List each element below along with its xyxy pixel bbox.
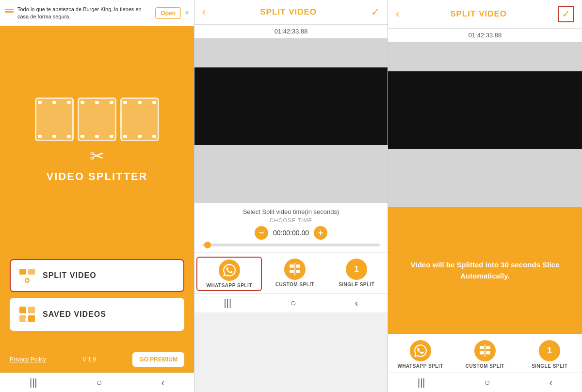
film-strip-2 bbox=[78, 98, 116, 141]
timestamp-3: 01:42:33.88 bbox=[388, 29, 582, 42]
confirm-button-3[interactable]: ✓ bbox=[558, 6, 574, 22]
svg-rect-12 bbox=[296, 270, 300, 273]
whatsapp-icon-circle-2 bbox=[219, 260, 240, 281]
nav-back-icon[interactable]: ‹ bbox=[161, 377, 164, 388]
video-gray-bottom-3 bbox=[388, 149, 582, 207]
footer: Privacy Policy V 1.9 GO PREMIUM bbox=[0, 346, 194, 373]
nav-back-icon-3[interactable]: ‹ bbox=[549, 377, 552, 388]
version-text: V 1.9 bbox=[82, 356, 96, 363]
svg-text:1: 1 bbox=[547, 345, 552, 355]
menu-section: SPLIT VIDEO SAVED VIDEOS bbox=[0, 259, 194, 346]
custom-icon-circle-3 bbox=[474, 340, 496, 361]
single-icon-3: 1 bbox=[543, 344, 556, 357]
screen-header-3: ‹ SPLIT VIDEO ✓ bbox=[388, 0, 582, 29]
film-strip-area bbox=[10, 98, 184, 141]
whatsapp-icon-2 bbox=[223, 264, 236, 277]
video-preview-3 bbox=[388, 42, 582, 207]
nav-home-icon-3[interactable]: ○ bbox=[484, 377, 490, 388]
svg-rect-16 bbox=[486, 346, 490, 349]
ad-open-button[interactable]: Open bbox=[155, 7, 181, 19]
ad-text: Todo lo que te apetezca de Burger King, … bbox=[17, 6, 151, 20]
panel-home: Todo lo que te apetezca de Burger King, … bbox=[0, 0, 194, 392]
svg-rect-15 bbox=[480, 346, 484, 349]
screen-title-2: SPLIT VIDEO bbox=[260, 7, 317, 17]
svg-rect-4 bbox=[19, 307, 26, 313]
tab-custom-split-2[interactable]: CUSTOM SPLIT bbox=[264, 257, 325, 291]
privacy-policy-link[interactable]: Privacy Policy bbox=[10, 356, 46, 363]
screen-header-2: ‹ SPLIT VIDEO ✓ bbox=[194, 0, 388, 25]
screen-title-3: SPLIT VIDEO bbox=[450, 9, 507, 19]
tab-single-split-3[interactable]: 1 SINGLE SPLIT bbox=[517, 338, 582, 371]
tab-custom-split-3[interactable]: CUSTOM SPLIT bbox=[453, 338, 517, 371]
film-strip-1 bbox=[35, 98, 74, 141]
svg-rect-1 bbox=[28, 269, 35, 275]
tab-single-label-2: SINGLE SPLIT bbox=[339, 282, 374, 287]
whatsapp-icon-circle-3 bbox=[410, 340, 431, 361]
ad-banner: Todo lo que te apetezca de Burger King, … bbox=[0, 0, 194, 26]
panel-split-whatsapp: ‹ SPLIT VIDEO ✓ 01:42:33.88 Video will b… bbox=[388, 0, 582, 392]
film-strip-3 bbox=[120, 98, 159, 141]
back-button-2[interactable]: ‹ bbox=[202, 6, 206, 18]
split-video-icon bbox=[18, 267, 36, 284]
nav-bar-3: ||| ○ ‹ bbox=[388, 373, 582, 392]
split-video-label: SPLIT VIDEO bbox=[43, 271, 97, 280]
custom-icon-2 bbox=[289, 263, 301, 276]
progress-bar[interactable] bbox=[202, 244, 380, 246]
split-video-menu-item[interactable]: SPLIT VIDEO bbox=[10, 259, 184, 292]
choose-time-label: CHOOSE TIME bbox=[202, 217, 380, 223]
svg-text:1: 1 bbox=[354, 264, 359, 274]
app-title: VIDEO SPLITTER bbox=[47, 170, 148, 183]
premium-button[interactable]: GO PREMIUM bbox=[132, 352, 184, 367]
time-increase-btn[interactable]: + bbox=[314, 226, 327, 240]
progress-dot bbox=[204, 242, 211, 248]
single-icon-circle-2: 1 bbox=[346, 259, 367, 280]
whatsapp-icon-3 bbox=[414, 344, 427, 357]
split-controls: Select Split video time(in seconds) CHOO… bbox=[194, 203, 388, 252]
tab-custom-label-2: CUSTOM SPLIT bbox=[275, 282, 314, 287]
tab-single-split-2[interactable]: 1 SINGLE SPLIT bbox=[326, 257, 388, 291]
tab-whatsapp-label-2: WHATSAPP SPLIT bbox=[206, 283, 252, 288]
saved-videos-menu-item[interactable]: SAVED VIDEOS bbox=[10, 298, 184, 331]
timestamp-2: 01:42:33.88 bbox=[194, 25, 388, 38]
svg-rect-18 bbox=[486, 351, 490, 355]
svg-rect-11 bbox=[290, 270, 294, 273]
nav-bar: ||| ○ ‹ bbox=[0, 373, 194, 392]
nav-home-icon[interactable]: ○ bbox=[96, 377, 102, 388]
nav-back-icon-2[interactable]: ‹ bbox=[355, 297, 358, 309]
nav-menu-icon-2[interactable]: ||| bbox=[224, 297, 232, 309]
video-black-2 bbox=[194, 67, 388, 145]
video-gray-top-2 bbox=[194, 38, 388, 67]
tab-whatsapp-split-3[interactable]: WHATSAPP SPLIT bbox=[388, 338, 453, 371]
tab-custom-label-3: CUSTOM SPLIT bbox=[466, 363, 504, 369]
custom-icon-circle-2 bbox=[284, 259, 306, 280]
back-button-3[interactable]: ‹ bbox=[396, 8, 399, 20]
svg-rect-9 bbox=[290, 264, 294, 268]
saved-videos-icon bbox=[18, 306, 36, 323]
time-decrease-btn[interactable]: − bbox=[255, 226, 268, 240]
whatsapp-info-text: Video will be Splitted into 30 seconds S… bbox=[398, 260, 572, 281]
video-gray-top-3 bbox=[388, 42, 582, 71]
svg-rect-17 bbox=[480, 351, 484, 355]
panel-split-video: ‹ SPLIT VIDEO ✓ 01:42:33.88 Select Split… bbox=[194, 0, 388, 392]
single-icon-circle-3: 1 bbox=[539, 340, 560, 361]
split-label: Select Split video time(in seconds) bbox=[202, 208, 380, 215]
scissors-icon: ✂ bbox=[90, 146, 104, 166]
video-gray-bottom-2 bbox=[194, 145, 388, 203]
ad-close-icon[interactable]: ✕ bbox=[185, 10, 189, 16]
nav-home-icon-2[interactable]: ○ bbox=[290, 297, 296, 309]
time-value: 00:00:00.00 bbox=[273, 229, 309, 237]
nav-menu-icon-3[interactable]: ||| bbox=[418, 377, 425, 388]
time-selector: − 00:00:00.00 + bbox=[202, 226, 380, 240]
svg-rect-10 bbox=[296, 264, 300, 268]
svg-rect-5 bbox=[28, 307, 35, 313]
tab-whatsapp-label-3: WHATSAPP SPLIT bbox=[397, 363, 443, 369]
saved-videos-label: SAVED VIDEOS bbox=[43, 310, 106, 319]
nav-bar-2: ||| ○ ‹ bbox=[194, 293, 388, 312]
confirm-button-2[interactable]: ✓ bbox=[371, 6, 380, 18]
nav-menu-icon[interactable]: ||| bbox=[30, 377, 37, 388]
svg-rect-6 bbox=[19, 315, 26, 322]
tab-single-label-3: SINGLE SPLIT bbox=[532, 363, 567, 369]
tab-whatsapp-split-2[interactable]: WHATSAPP SPLIT bbox=[196, 257, 262, 291]
tab-bar-2: WHATSAPP SPLIT CUSTOM SPLIT 1 bbox=[194, 252, 388, 293]
tab-bar-3: WHATSAPP SPLIT CUSTOM SPLIT 1 bbox=[388, 334, 582, 373]
